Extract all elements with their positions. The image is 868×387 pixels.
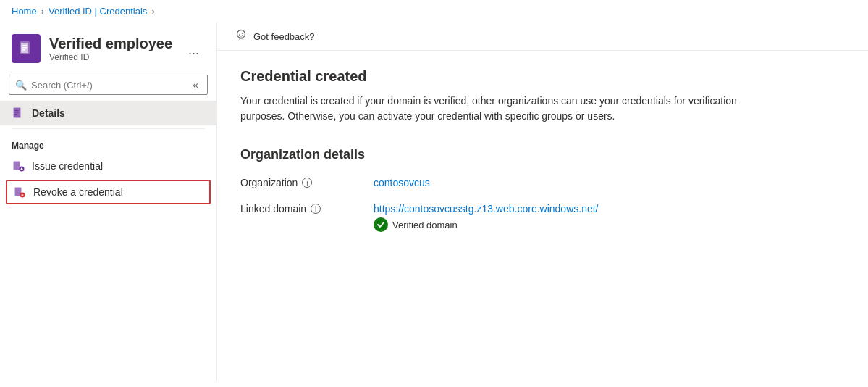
search-input[interactable] — [31, 80, 185, 91]
app-title: Verified employee — [49, 36, 172, 52]
collapse-sidebar-button[interactable]: « — [190, 79, 201, 91]
breadcrumb: Home › Verified ID | Credentials › — [0, 0, 868, 22]
verified-check-icon — [374, 217, 388, 232]
search-box-container: 🔍 « — [9, 75, 208, 95]
verified-domain-text: Verified domain — [392, 220, 458, 230]
svg-rect-9 — [15, 114, 18, 115]
linked-domain-info-icon[interactable]: i — [311, 204, 321, 214]
svg-rect-7 — [15, 110, 19, 111]
sidebar: Verified employee Verified ID ... 🔍 « D — [0, 22, 217, 380]
svg-rect-18 — [22, 195, 24, 196]
svg-point-20 — [240, 33, 241, 34]
credential-created-text: Your credential is created if your domai… — [240, 93, 747, 124]
svg-point-19 — [237, 30, 245, 38]
feedback-bar: Got feedback? — [217, 22, 868, 51]
sidebar-item-revoke-credential[interactable]: Revoke a credential — [6, 180, 211, 204]
more-options-button[interactable]: ... — [182, 40, 205, 61]
revoke-credential-icon — [13, 186, 26, 199]
feedback-label[interactable]: Got feedback? — [253, 31, 315, 42]
app-icon — [12, 34, 41, 63]
sidebar-item-details-label: Details — [32, 107, 65, 119]
content-area: Credential created Your credential is cr… — [217, 51, 868, 264]
svg-rect-14 — [21, 169, 23, 170]
org-info-icon[interactable]: i — [302, 178, 312, 188]
org-value: contosovcus — [374, 177, 430, 188]
search-icon: 🔍 — [15, 80, 27, 91]
app-title-block: Verified employee Verified ID — [49, 36, 172, 62]
feedback-icon — [235, 28, 248, 44]
svg-rect-3 — [22, 47, 27, 49]
issue-credential-icon — [12, 159, 25, 172]
org-detail-row: Organization i contosovcus — [240, 177, 845, 188]
app-header: Verified employee Verified ID ... — [0, 22, 216, 69]
svg-point-21 — [242, 33, 243, 34]
org-label: Organization i — [240, 177, 356, 188]
verified-badge: Verified domain — [374, 217, 599, 232]
breadcrumb-home[interactable]: Home — [12, 6, 37, 17]
nav-divider — [12, 128, 205, 129]
linked-domain-link[interactable]: https://contosovcusstg.z13.web.core.wind… — [374, 203, 599, 215]
svg-rect-8 — [15, 112, 19, 113]
details-icon — [12, 107, 25, 120]
svg-rect-11 — [14, 162, 20, 170]
sidebar-item-issue-credential[interactable]: Issue credential — [0, 154, 216, 178]
main-content: Got feedback? Credential created Your cr… — [217, 22, 868, 380]
svg-rect-4 — [22, 49, 25, 51]
sidebar-item-issue-credential-label: Issue credential — [32, 160, 103, 172]
org-details-title: Organization details — [240, 147, 845, 162]
app-subtitle: Verified ID — [49, 52, 172, 62]
breadcrumb-separator-1: › — [41, 6, 44, 17]
linked-domain-value: https://contosovcusstg.z13.web.core.wind… — [374, 203, 599, 232]
credential-created-title: Credential created — [240, 68, 845, 85]
svg-rect-2 — [22, 45, 27, 46]
sidebar-item-details[interactable]: Details — [0, 101, 216, 125]
linked-domain-label: Linked domain i — [240, 203, 356, 215]
linked-domain-detail-row: Linked domain i https://contosovcusstg.z… — [240, 203, 845, 232]
breadcrumb-separator-2: › — [151, 6, 154, 17]
sidebar-item-revoke-credential-label: Revoke a credential — [33, 186, 123, 198]
breadcrumb-credentials[interactable]: Verified ID | Credentials — [49, 6, 147, 17]
org-link[interactable]: contosovcus — [374, 177, 430, 188]
manage-section-label: Manage — [0, 132, 216, 154]
